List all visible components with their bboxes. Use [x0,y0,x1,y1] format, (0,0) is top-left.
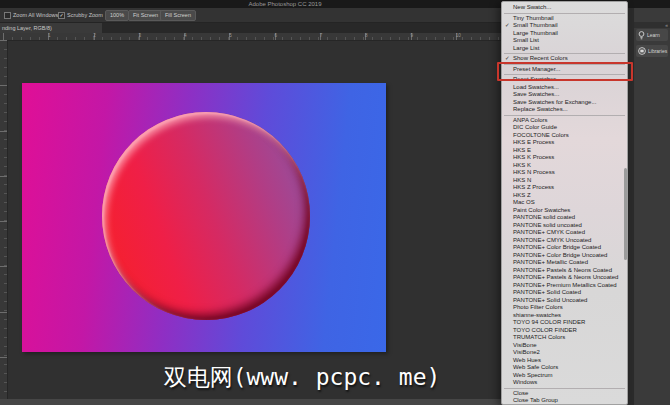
menu-item[interactable]: PANTONE+ Color Bridge Coated [502,244,627,252]
menu-item-label: TOYO COLOR FINDER [513,327,577,333]
menu-item[interactable]: Mac OS [502,199,627,207]
menu-item-label: PANTONE+ Color Bridge Coated [513,244,601,250]
ruler-number: 8 [365,33,368,38]
menu-item[interactable]: PANTONE+ Solid Coated [502,289,627,297]
menu-item-label: HKS K [513,162,531,168]
menu-item[interactable]: Web Spectrum [502,372,627,380]
fit-screen-button[interactable]: Fit Screen [128,10,163,21]
menu-item-label: shianne-swatches [513,312,561,318]
ruler-number: 3 [139,33,142,38]
menu-item[interactable]: Small List [502,37,627,45]
menu-item[interactable]: ANPA Colors [502,117,627,125]
menu-item-label: Small Thumbnail [513,22,558,28]
menu-item[interactable]: VisiBone [502,342,627,350]
menu-item[interactable]: Tiny Thumbnail [502,15,627,23]
red-circle-shape[interactable] [102,112,310,320]
menu-item-label: DIC Color Guide [513,124,557,130]
learn-panel-button[interactable]: Learn [636,29,668,41]
menu-item[interactable]: PANTONE solid coated [502,214,627,222]
zoom-all-windows-label: Zoom All Windows [13,12,58,18]
menu-item[interactable]: Save Swatches... [502,91,627,99]
menu-separator [504,53,625,54]
menu-item[interactable]: PANTONE+ Color Bridge Uncoated [502,252,627,260]
menu-item[interactable]: ✓Small Thumbnail [502,22,627,30]
scrubby-zoom-checkbox[interactable]: ✓ Scrubby Zoom [58,11,103,19]
menu-item[interactable]: PANTONE+ Solid Uncoated [502,297,627,305]
menu-item[interactable]: Load Swatches... [502,84,627,92]
menu-item[interactable]: HKS K [502,162,627,170]
menu-item-label: PANTONE solid uncoated [513,222,582,228]
menu-item[interactable]: shianne-swatches [502,312,627,320]
menu-item[interactable]: HKS N [502,177,627,185]
menu-item-label: Large Thumbnail [513,30,558,36]
menu-item[interactable]: New Swatch... [502,4,627,12]
menu-item[interactable]: TRUMATCH Colors [502,334,627,342]
menu-item[interactable]: HKS Z [502,192,627,200]
libraries-panel-button[interactable]: Libraries [636,45,668,57]
menu-item[interactable]: HKS N Process [502,169,627,177]
menu-item[interactable]: Replace Swatches... [502,106,627,114]
checkbox-icon[interactable] [4,12,11,19]
menu-item-label: PANTONE+ Pastels & Neons Coated [513,267,612,273]
menu-item[interactable]: PANTONE+ CMYK Coated [502,229,627,237]
menu-item-label: HKS N Process [513,169,555,175]
learn-label: Learn [647,32,660,38]
menu-item[interactable]: PANTONE+ Pastels & Neons Coated [502,267,627,275]
fill-screen-button[interactable]: Fill Screen [160,10,196,21]
menu-item-label: HKS Z Process [513,184,554,190]
menu-item-label: Web Spectrum [513,372,553,378]
menu-item[interactable]: VisiBone2 [502,349,627,357]
menu-item[interactable]: FOCOLTONE Colors [502,132,627,140]
menu-item[interactable]: TOYO 94 COLOR FINDER [502,319,627,327]
menu-item[interactable]: HKS E [502,147,627,155]
menu-item-label: HKS K Process [513,154,554,160]
menu-item-label: Windows [513,379,537,385]
ruler-number: 10 [456,33,461,38]
menu-item[interactable]: PANTONE+ CMYK Uncoated [502,237,627,245]
menu-item-label: HKS Z [513,192,531,198]
menu-item[interactable]: HKS E Process [502,139,627,147]
menu-item[interactable]: Close Tab Group [502,397,627,405]
menu-item[interactable]: PANTONE+ Metallic Coated [502,259,627,267]
menu-item[interactable]: Close [502,390,627,398]
ruler-number: 4 [184,33,187,38]
menu-item[interactable]: DIC Color Guide [502,124,627,132]
document-canvas[interactable] [22,83,386,352]
menu-item-label: TRUMATCH Colors [513,334,565,340]
menu-item[interactable]: PANTONE solid uncoated [502,222,627,230]
menu-item[interactable]: Photo Filter Colors [502,304,627,312]
zoom-100-button[interactable]: 100% [105,10,129,21]
menu-item[interactable]: HKS K Process [502,154,627,162]
document-tab[interactable]: nding Layer, RGB/8) [0,23,102,33]
menu-item[interactable]: Windows [502,379,627,387]
menu-item-label: Mac OS [513,199,535,205]
menu-item[interactable]: Web Safe Colors [502,364,627,372]
menu-item[interactable]: TOYO COLOR FINDER [502,327,627,335]
menu-item[interactable]: Large List [502,45,627,53]
menu-scrollbar[interactable] [624,168,627,260]
menu-separator [504,115,625,116]
menu-item[interactable]: Large Thumbnail [502,30,627,38]
menu-item[interactable]: Paint Color Swatches [502,207,627,215]
menu-item-label: Close Tab Group [513,397,558,403]
menu-item-label: HKS N [513,177,531,183]
libraries-label: Libraries [648,48,667,54]
scrubby-zoom-label: Scrubby Zoom [67,12,103,18]
zoom-all-windows-checkbox[interactable]: Zoom All Windows [4,11,58,19]
ruler-number: 7 [320,33,323,38]
menu-item-label: PANTONE solid coated [513,214,575,220]
collapse-panels-icon[interactable]: « [665,22,668,28]
checkbox-checked-icon[interactable]: ✓ [58,12,65,19]
menu-item-label: Tiny Thumbnail [513,15,554,21]
ruler-number: 5 [229,33,232,38]
panel-collapse-header[interactable]: « [634,22,670,28]
menu-item-label: HKS E Process [513,139,554,145]
menu-item[interactable]: PANTONE+ Pastels & Neons Uncoated [502,274,627,282]
menu-item[interactable]: Save Swatches for Exchange... [502,99,627,107]
menu-item[interactable]: PANTONE+ Premium Metallics Coated [502,282,627,290]
menu-item-label: Web Safe Colors [513,364,558,370]
photoshop-window: Adobe Photoshop CC 2019 Zoom All Windows… [0,0,670,405]
menu-item[interactable]: HKS Z Process [502,184,627,192]
menu-item-label: Large List [513,45,539,51]
menu-item[interactable]: Web Hues [502,357,627,365]
